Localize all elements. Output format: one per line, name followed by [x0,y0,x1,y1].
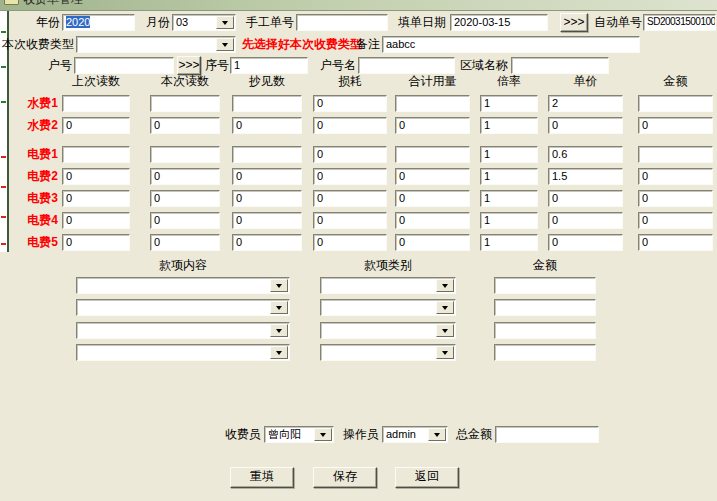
payment-content-dropdown[interactable] [76,322,290,339]
window-titlebar[interactable]: 收费单管理 [0,0,717,11]
meter-cell[interactable]: 0.6 [548,146,623,163]
meter-cell[interactable]: 0 [150,212,220,229]
meter-cell[interactable]: 0 [548,117,623,134]
meter-cell[interactable]: 0 [638,212,713,229]
manual-no-input[interactable] [296,14,388,31]
meter-cell[interactable]: 0 [150,190,220,207]
chevron-down-icon[interactable] [436,324,454,337]
account-no-input[interactable] [74,57,174,74]
meter-cell[interactable] [638,146,713,163]
meter-cell[interactable]: 0 [638,190,713,207]
account-name-input[interactable] [358,57,455,74]
meter-cell[interactable]: 0 [313,146,387,163]
account-lookup-button[interactable]: >>> [177,56,201,75]
meter-cell[interactable]: 0 [232,117,302,134]
meter-cell[interactable]: 0 [395,117,470,134]
meter-cell[interactable]: 0 [548,234,623,251]
payment-amount-input[interactable] [494,344,596,361]
fill-date-input[interactable]: 2020-03-15 [450,14,548,31]
payment-amount-input[interactable] [494,277,596,294]
chevron-down-icon[interactable] [270,346,288,359]
meter-cell[interactable] [232,95,302,112]
payment-content-dropdown[interactable] [76,277,290,294]
meter-cell[interactable]: 0 [638,117,713,134]
save-button[interactable]: 保存 [313,467,377,488]
meter-cell[interactable]: 0 [395,168,470,185]
payment-amount-input[interactable] [494,322,596,339]
region-input[interactable] [511,57,609,74]
meter-cell[interactable]: 0 [232,234,302,251]
meter-cell[interactable]: 0 [62,117,130,134]
meter-cell[interactable]: 0 [313,212,387,229]
chevron-down-icon[interactable] [216,38,234,51]
meter-cell[interactable]: 0 [232,168,302,185]
meter-cell[interactable]: 0 [313,190,387,207]
collector-dropdown[interactable]: 曾向阳 [264,426,334,443]
chevron-down-icon[interactable] [436,346,454,359]
charge-type-dropdown[interactable] [76,36,236,53]
payment-content-dropdown[interactable] [76,344,290,361]
auto-no-input[interactable]: SD2003150010001 [643,14,716,31]
remark-input[interactable]: aabcc [382,36,640,53]
seq-input[interactable]: 1 [230,57,308,74]
total-amount-input[interactable] [495,426,599,443]
meter-cell[interactable]: 0 [150,168,220,185]
payment-category-dropdown[interactable] [320,344,456,361]
payment-content-dropdown[interactable] [76,299,290,316]
meter-cell[interactable]: 1 [480,168,538,185]
meter-cell[interactable]: 0 [62,168,130,185]
meter-cell[interactable]: 0 [232,212,302,229]
month-dropdown[interactable]: 03 [172,14,236,31]
meter-cell[interactable]: 0 [395,234,470,251]
meter-cell[interactable]: 1.5 [548,168,623,185]
payment-amount-input[interactable] [494,299,596,316]
chevron-down-icon[interactable] [436,279,454,292]
meter-cell[interactable]: 1 [480,234,538,251]
meter-cell[interactable]: 0 [313,95,387,112]
meter-cell[interactable]: 1 [480,190,538,207]
chevron-down-icon[interactable] [428,428,446,441]
meter-cell[interactable]: 0 [395,190,470,207]
meter-cell[interactable] [62,146,130,163]
chevron-down-icon[interactable] [436,301,454,314]
meter-cell[interactable]: 0 [638,234,713,251]
chevron-down-icon[interactable] [270,324,288,337]
meter-cell[interactable]: 0 [62,190,130,207]
meter-cell[interactable] [395,146,470,163]
meter-cell[interactable]: 1 [480,212,538,229]
meter-cell[interactable] [150,95,220,112]
meter-cell[interactable]: 0 [313,234,387,251]
meter-cell[interactable]: 0 [150,234,220,251]
chevron-down-icon[interactable] [314,428,332,441]
meter-cell[interactable]: 0 [150,117,220,134]
meter-cell[interactable]: 0 [395,212,470,229]
year-input[interactable]: 2020 [62,14,135,31]
payment-category-dropdown[interactable] [320,322,456,339]
meter-cell[interactable] [395,95,470,112]
meter-cell[interactable] [62,95,130,112]
payment-category-dropdown[interactable] [320,299,456,316]
meter-cell[interactable]: 1 [480,95,538,112]
meter-cell[interactable]: 2 [548,95,623,112]
chevron-down-icon[interactable] [216,16,234,29]
meter-cell[interactable]: 1 [480,117,538,134]
operator-dropdown[interactable]: admin [382,426,448,443]
meter-cell[interactable] [150,146,220,163]
payment-category-dropdown[interactable] [320,277,456,294]
date-lookup-button[interactable]: >>> [560,13,588,32]
meter-cell[interactable]: 0 [548,190,623,207]
reset-button[interactable]: 重填 [230,467,294,488]
chevron-down-icon[interactable] [270,279,288,292]
meter-cell[interactable]: 0 [313,168,387,185]
meter-cell[interactable] [638,95,713,112]
meter-cell[interactable]: 0 [313,117,387,134]
meter-cell[interactable]: 0 [232,190,302,207]
meter-cell[interactable]: 0 [638,168,713,185]
meter-cell[interactable]: 0 [62,234,130,251]
meter-cell[interactable]: 0 [62,212,130,229]
meter-cell[interactable]: 0 [548,212,623,229]
meter-cell[interactable] [232,146,302,163]
back-button[interactable]: 返回 [395,467,459,488]
meter-cell[interactable]: 1 [480,146,538,163]
chevron-down-icon[interactable] [270,301,288,314]
